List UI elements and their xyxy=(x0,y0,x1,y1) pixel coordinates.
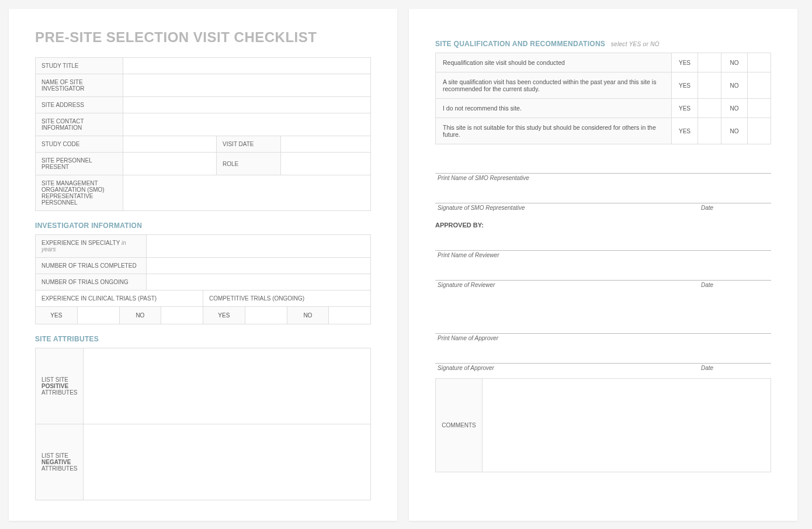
qual-no-3: NO xyxy=(721,118,748,144)
opt-past-no: NO xyxy=(119,307,161,324)
label-print-smo: Print Name of SMO Representative xyxy=(435,175,771,181)
qual-yes-1: YES xyxy=(672,72,698,99)
opt-ongoing-yes: YES xyxy=(203,307,245,324)
qual-chk-no-3[interactable] xyxy=(748,118,771,144)
field-personnel-present[interactable] xyxy=(123,153,217,175)
field-exp-specialty[interactable] xyxy=(147,235,371,258)
page-right: SITE QUALIFICATION AND RECOMMENDATIONS s… xyxy=(409,9,797,521)
header-info-table: STUDY TITLE NAME OF SITE INVESTIGATOR SI… xyxy=(35,57,371,211)
investigator-table: EXPERIENCE IN SPECIALTY in years NUMBER … xyxy=(35,234,371,291)
label-exp-specialty: EXPERIENCE IN SPECIALTY in years xyxy=(36,235,147,258)
label-print-reviewer: Print Name of Reviewer xyxy=(435,252,771,258)
field-trials-ongoing[interactable] xyxy=(147,274,371,291)
section-attributes: SITE ATTRIBUTES xyxy=(35,335,371,343)
sig-line-reviewer-sign[interactable] xyxy=(435,264,771,281)
qual-row-2: I do not recommend this site. YES NO xyxy=(436,99,771,118)
chk-ongoing-no[interactable] xyxy=(329,307,371,324)
label-sig-approver: Signature of Approver xyxy=(435,365,678,371)
label-study-title: STUDY TITLE xyxy=(36,58,123,74)
field-comments[interactable] xyxy=(483,379,771,472)
label-print-approver: Print Name of Approver xyxy=(435,335,771,341)
qual-row-0: Requalification site visit should be con… xyxy=(436,53,771,72)
sig-line-smo-print[interactable] xyxy=(435,157,771,174)
qual-row-3: This site is not suitable for this study… xyxy=(436,118,771,144)
label-visit-date: VISIT DATE xyxy=(217,136,281,153)
label-comp-ongoing: COMPETITIVE TRIALS (ONGOING) xyxy=(203,291,371,307)
sig-line-smo-sign[interactable] xyxy=(435,187,771,203)
trials-yesno-table: EXPERIENCE IN CLINICAL TRIALS (PAST) COM… xyxy=(35,290,371,307)
section-investigator: INVESTIGATOR INFORMATION xyxy=(35,222,371,230)
chk-past-yes[interactable] xyxy=(77,307,119,324)
page-left: PRE-SITE SELECTION VISIT CHECKLIST STUDY… xyxy=(9,9,397,521)
qual-no-1: NO xyxy=(721,72,748,99)
label-investigator-name: NAME OF SITE INVESTIGATOR xyxy=(36,74,123,97)
label-personnel-present: SITE PERSONNEL PRESENT xyxy=(36,153,123,175)
label-study-code: STUDY CODE xyxy=(36,136,123,153)
qual-yes-0: YES xyxy=(672,53,698,72)
qualification-table: Requalification site visit should be con… xyxy=(435,53,771,144)
qual-chk-yes-0[interactable] xyxy=(698,53,721,72)
label-sig-smo: Signature of SMO Representative xyxy=(435,205,678,211)
qual-chk-yes-3[interactable] xyxy=(698,118,721,144)
label-exp-past: EXPERIENCE IN CLINICAL TRIALS (PAST) xyxy=(36,291,203,307)
qual-no-2: NO xyxy=(721,99,748,118)
attributes-table: LIST SITE POSITIVE ATTRIBUTES LIST SITE … xyxy=(35,348,371,500)
qual-yes-3: YES xyxy=(672,118,698,144)
qual-chk-yes-1[interactable] xyxy=(698,72,721,99)
sig-line-approver-sign[interactable] xyxy=(435,347,771,364)
qual-question-0: Requalification site visit should be con… xyxy=(436,53,672,72)
field-site-contact[interactable] xyxy=(123,113,371,136)
section-qualification: SITE QUALIFICATION AND RECOMMENDATIONS s… xyxy=(435,40,771,48)
label-positive-attrs: LIST SITE POSITIVE ATTRIBUTES xyxy=(36,348,84,424)
label-comments: COMMENTS xyxy=(436,379,483,472)
label-trials-ongoing: NUMBER OF TRIALS ONGOING xyxy=(36,274,147,291)
qual-yes-2: YES xyxy=(672,99,698,118)
field-study-code[interactable] xyxy=(123,136,217,153)
label-sig-reviewer: Signature of Reviewer xyxy=(435,282,678,288)
opt-past-yes: YES xyxy=(36,307,78,324)
qual-chk-no-1[interactable] xyxy=(748,72,771,99)
chk-ongoing-yes[interactable] xyxy=(245,307,287,324)
sig-line-reviewer-print[interactable] xyxy=(435,234,771,251)
field-role[interactable] xyxy=(281,153,371,175)
qual-no-0: NO xyxy=(721,53,748,72)
label-date-reviewer: Date xyxy=(701,282,771,288)
chk-past-no[interactable] xyxy=(161,307,203,324)
qual-question-1: A site qualification visit has been cond… xyxy=(436,72,672,99)
yesno-grid: YES NO YES NO xyxy=(35,306,371,324)
field-site-address[interactable] xyxy=(123,97,371,113)
field-visit-date[interactable] xyxy=(281,136,371,153)
field-negative-attrs[interactable] xyxy=(84,424,371,500)
field-trials-completed[interactable] xyxy=(147,258,371,274)
qual-question-2: I do not recommend this site. xyxy=(436,99,672,118)
qual-chk-no-2[interactable] xyxy=(748,99,771,118)
label-negative-attrs: LIST SITE NEGATIVE ATTRIBUTES xyxy=(36,424,84,500)
hint-select-yesno: select YES or NO xyxy=(611,41,660,47)
label-trials-completed: NUMBER OF TRIALS COMPLETED xyxy=(36,258,147,274)
document-title: PRE-SITE SELECTION VISIT CHECKLIST xyxy=(35,29,371,46)
label-site-contact: SITE CONTACT INFORMATION xyxy=(36,113,123,136)
field-investigator-name[interactable] xyxy=(123,74,371,97)
qual-chk-yes-2[interactable] xyxy=(698,99,721,118)
label-date-approver: Date xyxy=(701,365,771,371)
approved-by-heading: APPROVED BY: xyxy=(435,222,771,229)
qual-chk-no-0[interactable] xyxy=(748,53,771,72)
label-role: ROLE xyxy=(217,153,281,175)
label-smo-rep: SITE MANAGEMENT ORGANIZATION (SMO) REPRE… xyxy=(36,175,123,211)
comments-table: COMMENTS xyxy=(435,378,771,472)
field-positive-attrs[interactable] xyxy=(84,348,371,424)
opt-ongoing-no: NO xyxy=(287,307,329,324)
sig-line-approver-print[interactable] xyxy=(435,317,771,334)
qual-row-1: A site qualification visit has been cond… xyxy=(436,72,771,99)
field-study-title[interactable] xyxy=(123,58,371,74)
label-site-address: SITE ADDRESS xyxy=(36,97,123,113)
label-date-smo: Date xyxy=(701,205,771,211)
field-smo-rep[interactable] xyxy=(123,175,371,211)
qual-question-3: This site is not suitable for this study… xyxy=(436,118,672,144)
